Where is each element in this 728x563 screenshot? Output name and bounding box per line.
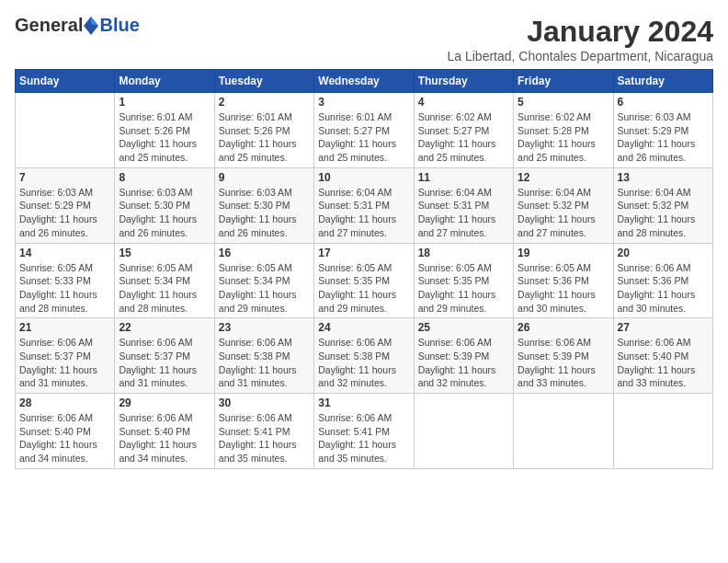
calendar-cell xyxy=(514,394,613,469)
calendar-cell: 29Sunrise: 6:06 AMSunset: 5:40 PMDayligh… xyxy=(115,394,214,469)
location-title: La Libertad, Chontales Department, Nicar… xyxy=(447,49,713,63)
logo-general-text: General xyxy=(15,15,83,36)
day-number: 27 xyxy=(618,321,709,334)
calendar-week-row: 28Sunrise: 6:06 AMSunset: 5:40 PMDayligh… xyxy=(16,394,713,469)
day-info: Sunrise: 6:06 AMSunset: 5:37 PMDaylight:… xyxy=(119,336,210,390)
calendar-cell: 17Sunrise: 6:05 AMSunset: 5:35 PMDayligh… xyxy=(314,243,414,318)
calendar-header-wednesday: Wednesday xyxy=(314,70,414,93)
day-info: Sunrise: 6:03 AMSunset: 5:30 PMDaylight:… xyxy=(119,186,210,240)
calendar-week-row: 7Sunrise: 6:03 AMSunset: 5:29 PMDaylight… xyxy=(16,167,713,243)
calendar-cell: 21Sunrise: 6:06 AMSunset: 5:37 PMDayligh… xyxy=(16,318,115,394)
day-number: 18 xyxy=(418,247,509,259)
day-number: 13 xyxy=(618,171,709,184)
logo-blue-text: Blue xyxy=(99,15,139,36)
calendar-header-saturday: Saturday xyxy=(613,70,712,93)
day-info: Sunrise: 6:06 AMSunset: 5:37 PMDaylight:… xyxy=(19,336,110,390)
day-info: Sunrise: 6:06 AMSunset: 5:40 PMDaylight:… xyxy=(119,411,210,465)
calendar-cell: 15Sunrise: 6:05 AMSunset: 5:34 PMDayligh… xyxy=(115,243,214,318)
day-number: 7 xyxy=(19,171,110,184)
calendar-header-monday: Monday xyxy=(115,70,214,93)
calendar-cell: 16Sunrise: 6:05 AMSunset: 5:34 PMDayligh… xyxy=(214,243,313,318)
day-number: 3 xyxy=(318,96,409,109)
logo-icon xyxy=(84,17,98,35)
title-block: January 2024 La Libertad, Chontales Depa… xyxy=(447,15,713,63)
calendar-cell: 1Sunrise: 6:01 AMSunset: 5:26 PMDaylight… xyxy=(115,93,214,168)
day-info: Sunrise: 6:06 AMSunset: 5:39 PMDaylight:… xyxy=(418,336,509,390)
day-number: 1 xyxy=(119,96,210,109)
day-info: Sunrise: 6:04 AMSunset: 5:31 PMDaylight:… xyxy=(418,186,509,240)
day-number: 14 xyxy=(19,247,110,259)
day-number: 9 xyxy=(219,171,310,184)
day-number: 17 xyxy=(318,247,409,259)
day-number: 11 xyxy=(418,171,509,184)
day-info: Sunrise: 6:02 AMSunset: 5:28 PMDaylight:… xyxy=(518,110,609,165)
day-number: 24 xyxy=(318,321,409,334)
day-number: 28 xyxy=(19,396,110,409)
day-number: 10 xyxy=(318,171,409,184)
calendar-cell: 25Sunrise: 6:06 AMSunset: 5:39 PMDayligh… xyxy=(414,318,513,394)
calendar-cell: 31Sunrise: 6:06 AMSunset: 5:41 PMDayligh… xyxy=(314,394,414,469)
day-number: 23 xyxy=(219,321,310,334)
page-header: General Blue January 2024 La Libertad, C… xyxy=(15,15,713,63)
day-number: 20 xyxy=(618,247,709,259)
day-info: Sunrise: 6:05 AMSunset: 5:34 PMDaylight:… xyxy=(119,261,210,316)
day-info: Sunrise: 6:06 AMSunset: 5:36 PMDaylight:… xyxy=(618,261,709,316)
day-info: Sunrise: 6:06 AMSunset: 5:41 PMDaylight:… xyxy=(219,411,310,465)
calendar-cell: 7Sunrise: 6:03 AMSunset: 5:29 PMDaylight… xyxy=(16,167,115,243)
calendar-header-sunday: Sunday xyxy=(16,70,115,93)
day-number: 21 xyxy=(19,321,110,334)
day-number: 16 xyxy=(219,247,310,259)
day-info: Sunrise: 6:06 AMSunset: 5:41 PMDaylight:… xyxy=(318,411,409,465)
day-number: 31 xyxy=(318,396,409,409)
calendar-cell: 14Sunrise: 6:05 AMSunset: 5:33 PMDayligh… xyxy=(16,243,115,318)
calendar-cell: 3Sunrise: 6:01 AMSunset: 5:27 PMDaylight… xyxy=(314,93,414,168)
day-info: Sunrise: 6:05 AMSunset: 5:36 PMDaylight:… xyxy=(518,261,609,316)
calendar-cell: 20Sunrise: 6:06 AMSunset: 5:36 PMDayligh… xyxy=(613,243,712,318)
calendar-week-row: 21Sunrise: 6:06 AMSunset: 5:37 PMDayligh… xyxy=(16,318,713,394)
day-info: Sunrise: 6:01 AMSunset: 5:26 PMDaylight:… xyxy=(219,110,310,165)
calendar-cell: 22Sunrise: 6:06 AMSunset: 5:37 PMDayligh… xyxy=(115,318,214,394)
calendar-cell: 11Sunrise: 6:04 AMSunset: 5:31 PMDayligh… xyxy=(414,167,513,243)
calendar-week-row: 14Sunrise: 6:05 AMSunset: 5:33 PMDayligh… xyxy=(16,243,713,318)
day-number: 15 xyxy=(119,247,210,259)
day-info: Sunrise: 6:04 AMSunset: 5:31 PMDaylight:… xyxy=(318,186,409,240)
day-number: 25 xyxy=(418,321,509,334)
day-number: 4 xyxy=(418,96,509,109)
day-number: 30 xyxy=(219,396,310,409)
day-info: Sunrise: 6:06 AMSunset: 5:40 PMDaylight:… xyxy=(618,336,709,390)
month-title: January 2024 xyxy=(447,15,713,49)
day-number: 29 xyxy=(119,396,210,409)
day-info: Sunrise: 6:03 AMSunset: 5:29 PMDaylight:… xyxy=(618,110,709,165)
day-info: Sunrise: 6:01 AMSunset: 5:26 PMDaylight:… xyxy=(119,110,210,165)
calendar-cell: 30Sunrise: 6:06 AMSunset: 5:41 PMDayligh… xyxy=(214,394,313,469)
day-number: 12 xyxy=(518,171,609,184)
calendar-cell: 24Sunrise: 6:06 AMSunset: 5:38 PMDayligh… xyxy=(314,318,414,394)
calendar-cell: 26Sunrise: 6:06 AMSunset: 5:39 PMDayligh… xyxy=(514,318,613,394)
day-info: Sunrise: 6:05 AMSunset: 5:34 PMDaylight:… xyxy=(219,261,310,316)
day-number: 26 xyxy=(518,321,609,334)
calendar-cell: 13Sunrise: 6:04 AMSunset: 5:32 PMDayligh… xyxy=(613,167,712,243)
calendar-cell: 2Sunrise: 6:01 AMSunset: 5:26 PMDaylight… xyxy=(214,93,313,168)
calendar-week-row: 1Sunrise: 6:01 AMSunset: 5:26 PMDaylight… xyxy=(16,93,713,168)
calendar-cell: 10Sunrise: 6:04 AMSunset: 5:31 PMDayligh… xyxy=(314,167,414,243)
day-info: Sunrise: 6:02 AMSunset: 5:27 PMDaylight:… xyxy=(418,110,509,165)
calendar-cell: 8Sunrise: 6:03 AMSunset: 5:30 PMDaylight… xyxy=(115,167,214,243)
calendar-header-tuesday: Tuesday xyxy=(214,70,313,93)
day-info: Sunrise: 6:01 AMSunset: 5:27 PMDaylight:… xyxy=(318,110,409,165)
day-number: 5 xyxy=(518,96,609,109)
day-info: Sunrise: 6:04 AMSunset: 5:32 PMDaylight:… xyxy=(618,186,709,240)
calendar-cell: 27Sunrise: 6:06 AMSunset: 5:40 PMDayligh… xyxy=(613,318,712,394)
calendar-header-friday: Friday xyxy=(514,70,613,93)
day-number: 19 xyxy=(518,247,609,259)
calendar-header-thursday: Thursday xyxy=(414,70,513,93)
day-info: Sunrise: 6:06 AMSunset: 5:38 PMDaylight:… xyxy=(219,336,310,390)
day-info: Sunrise: 6:06 AMSunset: 5:40 PMDaylight:… xyxy=(19,411,110,465)
day-number: 8 xyxy=(119,171,210,184)
calendar-cell: 5Sunrise: 6:02 AMSunset: 5:28 PMDaylight… xyxy=(514,93,613,168)
calendar-cell: 6Sunrise: 6:03 AMSunset: 5:29 PMDaylight… xyxy=(613,93,712,168)
calendar-cell: 28Sunrise: 6:06 AMSunset: 5:40 PMDayligh… xyxy=(16,394,115,469)
day-info: Sunrise: 6:05 AMSunset: 5:35 PMDaylight:… xyxy=(318,261,409,316)
day-info: Sunrise: 6:03 AMSunset: 5:29 PMDaylight:… xyxy=(19,186,110,240)
calendar-cell: 23Sunrise: 6:06 AMSunset: 5:38 PMDayligh… xyxy=(214,318,313,394)
calendar-cell xyxy=(16,93,115,168)
